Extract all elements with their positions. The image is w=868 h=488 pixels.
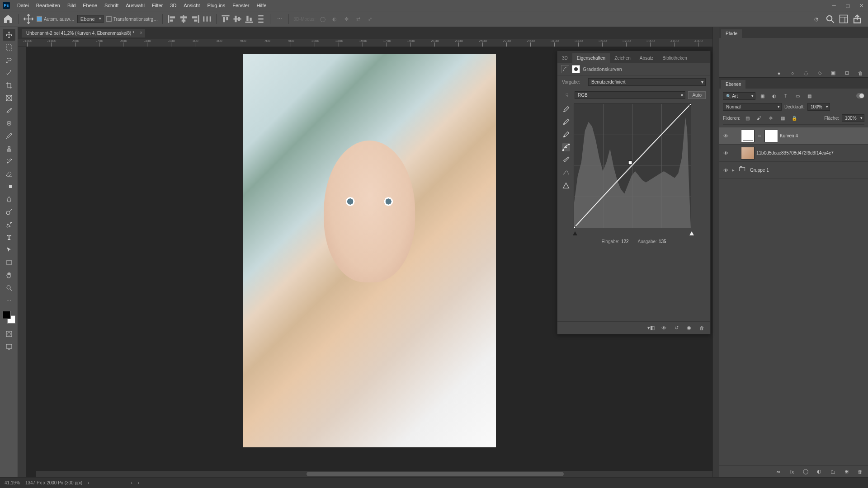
selection-to-path-icon[interactable]: ◇: [815, 69, 824, 78]
lock-position-icon[interactable]: ✥: [766, 113, 775, 122]
move-tool[interactable]: [3, 29, 15, 41]
menu-datei[interactable]: Datei: [14, 3, 33, 8]
foreground-color-swatch[interactable]: [3, 311, 11, 319]
input-value[interactable]: 122: [621, 239, 629, 244]
path-select-tool[interactable]: [3, 244, 15, 256]
opacity-input[interactable]: 100%: [807, 103, 830, 111]
new-layer-icon[interactable]: ⊞: [842, 467, 851, 476]
eyedropper-tool[interactable]: [3, 105, 15, 117]
hand-tool[interactable]: [3, 269, 15, 281]
zoom-level[interactable]: 41,19%: [5, 480, 20, 485]
filter-pixel-icon[interactable]: ▣: [757, 91, 767, 100]
layer-row[interactable]: 👁 11b0d5dcae835708d472f6d3f14ca4c7: [719, 145, 868, 162]
auto-select-target[interactable]: Ebene: [77, 15, 104, 23]
tab-absatz[interactable]: Absatz: [635, 53, 658, 63]
reset-icon[interactable]: ↺: [672, 324, 680, 332]
panel-collapse-strip[interactable]: [712, 27, 719, 477]
layer-style-icon[interactable]: fx: [788, 467, 797, 476]
align-bottom-icon[interactable]: [245, 14, 254, 23]
filter-smart-icon[interactable]: ▦: [804, 91, 814, 100]
clip-warning-icon[interactable]: [562, 181, 570, 189]
gradient-tool[interactable]: [3, 181, 15, 192]
layer-row[interactable]: 👁 ∞ Kurven 4: [719, 127, 868, 145]
screen-mode-tool[interactable]: [3, 341, 15, 352]
menu-bild[interactable]: Bild: [64, 3, 79, 8]
path-to-selection-icon[interactable]: ◌: [802, 69, 811, 78]
menu-auswahl[interactable]: Auswahl: [122, 3, 148, 8]
document-tab[interactable]: Unbenannt-2 bei 41,2% (Kurven 4, Ebenenm…: [22, 29, 145, 38]
delete-adjustment-icon[interactable]: 🗑: [698, 324, 706, 332]
lock-pixels-icon[interactable]: 🖌: [755, 113, 764, 122]
stroke-path-icon[interactable]: ○: [788, 69, 797, 78]
layers-tab[interactable]: Ebenen: [721, 80, 745, 89]
align-right-icon[interactable]: [191, 14, 200, 23]
shape-tool[interactable]: [3, 257, 15, 268]
distribute-h-icon[interactable]: [203, 14, 212, 23]
maximize-button[interactable]: ▢: [841, 0, 854, 11]
menu-hilfe[interactable]: Hilfe: [253, 3, 270, 8]
pen-tool[interactable]: [3, 219, 15, 230]
status-chevron-icon[interactable]: ›: [88, 480, 89, 485]
delete-path-icon[interactable]: 🗑: [856, 69, 865, 78]
new-path-icon[interactable]: ⊞: [842, 69, 851, 78]
align-center-v-icon[interactable]: [233, 14, 242, 23]
history-brush-tool[interactable]: [3, 155, 15, 167]
layer-filter-kind[interactable]: 🔍 Art: [723, 92, 755, 100]
doc-dimensions[interactable]: 1347 Px x 2000 Px (300 ppi): [25, 480, 82, 485]
search-icon[interactable]: [826, 14, 835, 23]
fill-input[interactable]: 100%: [842, 114, 864, 122]
cloud-docs-icon[interactable]: ◔: [812, 14, 821, 23]
expand-group-icon[interactable]: ▸: [732, 167, 736, 173]
more-align-icon[interactable]: ⋯: [275, 14, 284, 23]
new-group-icon[interactable]: 🗀: [828, 467, 837, 476]
menu-plugins[interactable]: Plug-ins: [203, 3, 229, 8]
delete-layer-icon[interactable]: 🗑: [855, 467, 864, 476]
horizontal-scrollbar[interactable]: [36, 471, 712, 477]
move-tool-icon[interactable]: [23, 14, 34, 24]
quick-mask-tool[interactable]: [3, 328, 15, 340]
add-mask-icon[interactable]: ◯: [801, 467, 810, 476]
filter-shape-icon[interactable]: ▭: [793, 91, 802, 100]
visibility-toggle[interactable]: 👁: [721, 168, 730, 173]
menu-ansicht[interactable]: Ansicht: [180, 3, 203, 8]
fill-path-icon[interactable]: ●: [774, 69, 783, 78]
auto-button[interactable]: Auto: [688, 91, 706, 99]
distribute-v-icon[interactable]: [256, 14, 265, 23]
auto-select-checkbox[interactable]: Autom. ausw…: [37, 16, 75, 22]
link-layers-icon[interactable]: ∞: [774, 467, 783, 476]
status-nav-left[interactable]: ‹: [131, 480, 132, 485]
black-slider-handle[interactable]: [573, 231, 577, 235]
layer-thumbnail[interactable]: [741, 147, 755, 160]
filter-toggle[interactable]: [856, 93, 864, 99]
add-mask-icon[interactable]: ▣: [829, 69, 838, 78]
layer-name[interactable]: 11b0d5dcae835708d472f6d3f14ca4c7: [756, 150, 834, 155]
filter-type-icon[interactable]: T: [781, 91, 791, 100]
lock-all-icon[interactable]: 🔒: [790, 113, 799, 122]
curves-input-slider[interactable]: [575, 230, 692, 235]
clip-to-layer-icon[interactable]: ▾◧: [647, 324, 655, 332]
lock-artboard-icon[interactable]: ▦: [778, 113, 787, 122]
align-top-icon[interactable]: [221, 14, 230, 23]
tab-bibliotheken[interactable]: Bibliotheken: [658, 53, 691, 63]
toggle-previous-icon[interactable]: 👁: [660, 324, 668, 332]
adjustment-thumbnail[interactable]: [741, 130, 755, 142]
finger-tool-icon[interactable]: ☟: [562, 93, 572, 98]
layer-name[interactable]: Gruppe 1: [750, 168, 769, 173]
lock-transparency-icon[interactable]: ▨: [743, 113, 752, 122]
mask-indicator-icon[interactable]: [572, 65, 580, 73]
home-icon[interactable]: [3, 14, 14, 24]
tab-zeichen[interactable]: Zeichen: [610, 53, 635, 63]
align-left-icon[interactable]: [167, 14, 176, 23]
menu-bearbeiten[interactable]: Bearbeiten: [33, 3, 64, 8]
white-point-eyedropper[interactable]: [562, 131, 570, 139]
toggle-visibility-icon[interactable]: ◉: [685, 324, 693, 332]
blend-mode-select[interactable]: Normal: [723, 103, 782, 111]
crop-tool[interactable]: [3, 80, 15, 91]
dodge-tool[interactable]: [3, 206, 15, 218]
white-slider-handle[interactable]: [689, 231, 694, 235]
marquee-tool[interactable]: [3, 42, 15, 53]
lasso-tool[interactable]: [3, 54, 15, 66]
output-value[interactable]: 135: [659, 239, 666, 244]
close-button[interactable]: ✕: [854, 0, 868, 11]
menu-fenster[interactable]: Fenster: [229, 3, 253, 8]
